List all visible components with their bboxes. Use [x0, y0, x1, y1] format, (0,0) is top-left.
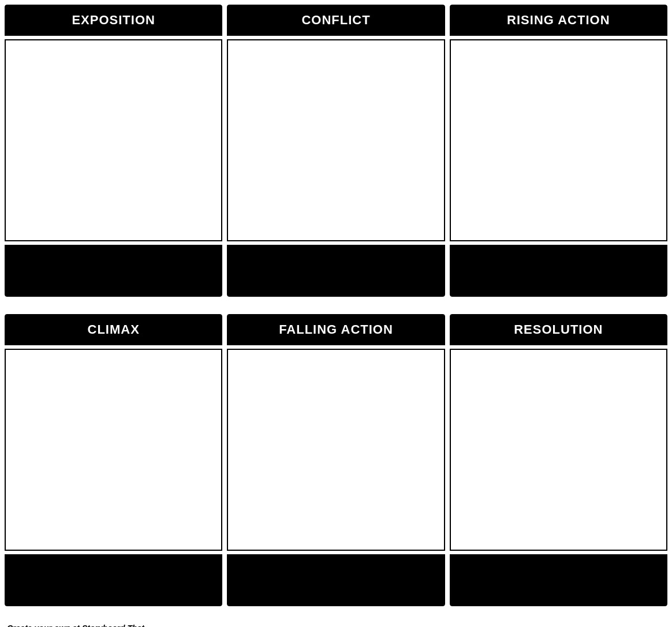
card-header-rising-action: RISING ACTION [450, 5, 667, 36]
card-footer-climax [5, 554, 222, 606]
card-header-resolution: RESOLUTION [450, 314, 667, 345]
card-rising-action: RISING ACTION [450, 5, 667, 297]
card-image-exposition [5, 39, 222, 241]
card-resolution: RESOLUTION [450, 314, 667, 606]
card-climax: CLIMAX [5, 314, 222, 606]
card-header-exposition: EXPOSITION [5, 5, 222, 36]
card-header-conflict: CONFLICT [227, 5, 445, 36]
card-conflict: CONFLICT [227, 5, 445, 297]
card-footer-conflict [227, 245, 445, 297]
card-header-falling-action: FALLING ACTION [227, 314, 445, 345]
card-image-conflict [227, 39, 445, 241]
card-footer-falling-action [227, 554, 445, 606]
storyboard-row-1: EXPOSITION CONFLICT RISING ACTION [5, 5, 667, 297]
card-footer-exposition [5, 245, 222, 297]
card-falling-action: FALLING ACTION [227, 314, 445, 606]
card-image-climax [5, 349, 222, 551]
storyboard-container: EXPOSITION CONFLICT RISING ACTION CLIMAX… [5, 5, 667, 627]
card-footer-resolution [450, 554, 667, 606]
storyboard-row-2: CLIMAX FALLING ACTION RESOLUTION [5, 314, 667, 606]
card-exposition: EXPOSITION [5, 5, 222, 297]
card-image-resolution [450, 349, 667, 551]
card-image-falling-action [227, 349, 445, 551]
card-image-rising-action [450, 39, 667, 241]
card-footer-rising-action [450, 245, 667, 297]
card-header-climax: CLIMAX [5, 314, 222, 345]
footer-attribution: Create your own at Storyboard That [5, 624, 667, 627]
